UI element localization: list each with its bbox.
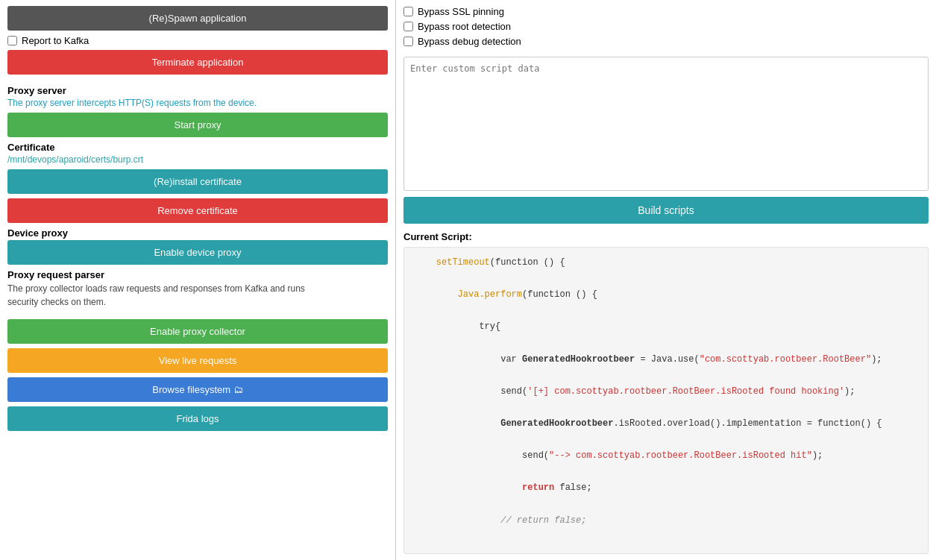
- start-proxy-button[interactable]: Start proxy: [7, 113, 388, 137]
- bypass-root-label: Bypass root detection: [418, 21, 511, 32]
- code-line-10: [415, 400, 917, 416]
- code-line-3: Java.perform(function () {: [415, 287, 917, 303]
- report-kafka-row: Report to Kafka: [7, 35, 388, 46]
- proxy-request-parser-title: Proxy request parser: [7, 269, 388, 280]
- device-proxy-title: Device proxy: [7, 227, 388, 239]
- code-line-6: [415, 336, 917, 352]
- remove-cert-button[interactable]: Remove certificate: [7, 198, 388, 223]
- bypass-debug-label: Bypass debug detection: [418, 36, 521, 47]
- code-line-12: [415, 432, 917, 449]
- enable-proxy-collector-button[interactable]: Enable proxy collector: [7, 319, 388, 344]
- custom-script-input[interactable]: [403, 57, 929, 191]
- reinstall-cert-button[interactable]: (Re)install certificate: [7, 169, 388, 194]
- code-line-15: return false;: [415, 480, 917, 497]
- right-panel: Bypass SSL pinning Bypass root detection…: [396, 0, 936, 560]
- code-line-1: setTimeout(function () {: [415, 255, 917, 271]
- current-script-label: Current Script:: [403, 231, 929, 242]
- bypass-debug-checkbox[interactable]: [403, 37, 413, 46]
- proxy-request-parser-desc: The proxy collector loads raw requests a…: [7, 282, 388, 309]
- code-line-8: [415, 368, 917, 384]
- report-kafka-label: Report to Kafka: [22, 35, 89, 46]
- bypass-root-checkbox[interactable]: [403, 22, 413, 31]
- proxy-server-title: Proxy server: [7, 85, 388, 96]
- bypass-debug-row: Bypass debug detection: [403, 36, 929, 47]
- enable-device-proxy-button[interactable]: Enable device proxy: [7, 240, 388, 265]
- view-live-requests-button[interactable]: View live requests: [7, 348, 388, 373]
- code-line-11: GeneratedHookrootbeer.isRooted.overload(…: [415, 416, 917, 432]
- certificate-title: Certificate: [7, 142, 388, 153]
- bypass-ssl-checkbox[interactable]: [403, 7, 413, 16]
- code-line-7: var GeneratedHookrootbeer = Java.use("co…: [415, 352, 917, 368]
- bypass-root-row: Bypass root detection: [403, 21, 929, 32]
- code-line-2: [415, 271, 917, 288]
- browse-filesystem-button[interactable]: Browse filesystem 🗂: [7, 377, 388, 402]
- bypass-ssl-label: Bypass SSL pinning: [418, 6, 504, 17]
- report-kafka-checkbox[interactable]: [7, 36, 17, 45]
- proxy-server-desc: The proxy server intercepts HTTP(S) requ…: [7, 98, 388, 108]
- left-panel: (Re)Spawn application Report to Kafka Te…: [0, 0, 396, 560]
- code-line-16: [415, 497, 917, 513]
- code-line-9: send('[+] com.scottyab.rootbeer.RootBeer…: [415, 384, 917, 400]
- bypass-checkboxes: Bypass SSL pinning Bypass root detection…: [403, 6, 929, 51]
- code-line-13: send("--> com.scottyab.rootbeer.RootBeer…: [415, 448, 917, 465]
- cert-path: /mnt/devops/aparoid/certs/burp.crt: [7, 154, 388, 165]
- terminate-button[interactable]: Terminate application: [7, 50, 388, 75]
- code-line-4: [415, 303, 917, 320]
- code-line-5: try{: [415, 319, 917, 336]
- frida-logs-button[interactable]: Frida logs: [7, 406, 388, 431]
- code-line-14: [415, 465, 917, 481]
- build-scripts-button[interactable]: Build scripts: [403, 197, 929, 224]
- code-display: setTimeout(function () { Java.perform(fu…: [403, 247, 929, 554]
- respawn-button[interactable]: (Re)Spawn application: [7, 6, 388, 31]
- code-line-17: // return false;: [415, 513, 917, 529]
- bypass-ssl-row: Bypass SSL pinning: [403, 6, 929, 17]
